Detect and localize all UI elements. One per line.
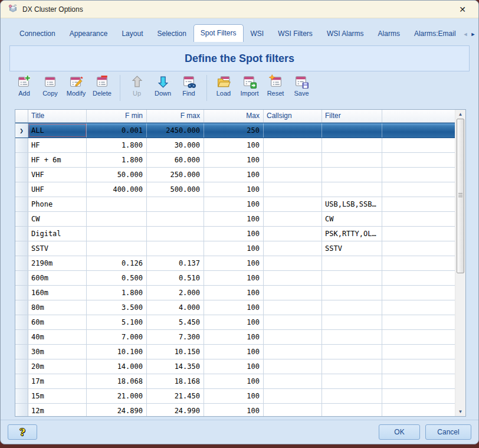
grid-cell-callsign[interactable]	[264, 197, 322, 211]
grid-cell-title[interactable]: 60m	[28, 315, 87, 329]
grid-cell-filter[interactable]	[322, 330, 382, 344]
grid-cell-title[interactable]: 2190m	[28, 256, 87, 270]
cancel-button[interactable]: Cancel	[425, 424, 471, 440]
grid-cell-fmax[interactable]: 60.000	[147, 153, 204, 167]
grid-cell-max[interactable]: 100	[204, 241, 264, 256]
grid-cell-max[interactable]: 100	[204, 168, 264, 182]
row-selector[interactable]	[15, 315, 28, 329]
tab-scroll-left-icon[interactable]: ◄	[463, 31, 468, 37]
tab-appearance[interactable]: Appearance	[63, 26, 115, 42]
grid-cell-title[interactable]: 30m	[28, 345, 87, 359]
grid-cell-callsign[interactable]	[264, 271, 322, 285]
import-button[interactable]: Import	[239, 74, 260, 97]
row-selector[interactable]	[15, 300, 28, 315]
grid-cell-callsign[interactable]	[264, 138, 322, 152]
help-button[interactable]: ?	[8, 424, 37, 440]
grid-cell-max[interactable]: 100	[204, 300, 264, 315]
row-selector[interactable]	[15, 345, 28, 359]
grid-cell-title[interactable]: VHF	[28, 168, 87, 182]
grid-cell-filter[interactable]	[322, 286, 382, 300]
grid-cell-title[interactable]: HF + 6m	[28, 153, 87, 167]
grid-cell-fmax[interactable]: 7.300	[147, 330, 204, 344]
tab-alarms-email[interactable]: Alarms:Email	[407, 26, 463, 42]
tab-wsi-alarms[interactable]: WSI Alarms	[320, 26, 371, 42]
column-header-title[interactable]: Title	[28, 110, 87, 122]
table-row[interactable]: Phone100USB,LSB,SSB…	[15, 197, 455, 212]
grid-cell-fmax[interactable]: 24.990	[147, 404, 204, 416]
close-icon[interactable]: ✕	[454, 5, 471, 14]
grid-cell-fmin[interactable]	[87, 227, 147, 241]
row-selector[interactable]	[15, 197, 28, 211]
row-selector[interactable]	[15, 256, 28, 270]
grid-cell-fmax[interactable]	[147, 197, 204, 211]
grid-cell-callsign[interactable]	[264, 374, 322, 388]
find-button[interactable]: Find	[178, 74, 199, 97]
tab-connection[interactable]: Connection	[12, 26, 63, 42]
row-selector[interactable]	[15, 168, 28, 182]
grid-cell-callsign[interactable]	[264, 286, 322, 300]
grid-cell-fmax[interactable]	[147, 227, 204, 241]
grid-cell-callsign[interactable]	[264, 123, 322, 138]
grid-cell-callsign[interactable]	[264, 345, 322, 359]
grid-cell-fmin[interactable]: 50.000	[87, 168, 147, 182]
grid-cell-callsign[interactable]	[264, 404, 322, 416]
grid-cell-fmin[interactable]: 400.000	[87, 182, 147, 197]
load-button[interactable]: Load	[213, 74, 234, 97]
grid-cell-max[interactable]: 100	[204, 315, 264, 329]
grid-cell-max[interactable]: 100	[204, 374, 264, 388]
tab-selection[interactable]: Selection	[150, 26, 193, 42]
row-selector[interactable]	[15, 241, 28, 256]
tab-layout[interactable]: Layout	[114, 26, 150, 42]
table-row[interactable]: 30m10.10010.150100	[15, 345, 455, 359]
table-row[interactable]: CW100CW	[15, 212, 455, 227]
grid-cell-max[interactable]: 100	[204, 286, 264, 300]
grid-cell-fmin[interactable]	[87, 197, 147, 211]
grid-cell-max[interactable]: 100	[204, 389, 264, 403]
grid-cell-title[interactable]: HF	[28, 138, 87, 152]
grid-cell-fmin[interactable]: 7.000	[87, 330, 147, 344]
grid-cell-filter[interactable]	[322, 359, 382, 374]
grid-cell-max[interactable]: 100	[204, 197, 264, 211]
grid-cell-title[interactable]: ALL	[28, 123, 87, 138]
grid-cell-fmax[interactable]: 0.137	[147, 256, 204, 270]
grid-cell-fmax[interactable]: 18.168	[147, 374, 204, 388]
grid-cell-callsign[interactable]	[264, 153, 322, 167]
grid-cell-title[interactable]: Digital	[28, 227, 87, 241]
grid-cell-fmax[interactable]: 5.450	[147, 315, 204, 329]
scrollbar-up-icon[interactable]: ▲	[455, 110, 465, 119]
grid-cell-fmin[interactable]: 0.500	[87, 271, 147, 285]
reset-button[interactable]: Reset	[265, 74, 286, 97]
grid-cell-callsign[interactable]	[264, 241, 322, 256]
grid-cell-callsign[interactable]	[264, 227, 322, 241]
grid-cell-max[interactable]: 100	[204, 212, 264, 226]
row-selector[interactable]	[15, 389, 28, 403]
grid-cell-fmax[interactable]: 14.350	[147, 359, 204, 374]
grid-cell-fmax[interactable]: 2.000	[147, 286, 204, 300]
table-row[interactable]: 17m18.06818.168100	[15, 374, 455, 389]
column-header-callsign[interactable]: Callsign	[264, 110, 322, 122]
grid-cell-callsign[interactable]	[264, 315, 322, 329]
table-row[interactable]: HF1.80030.000100	[15, 138, 455, 153]
ok-button[interactable]: OK	[379, 424, 420, 440]
grid-cell-fmax[interactable]: 500.000	[147, 182, 204, 197]
row-selector[interactable]	[15, 227, 28, 241]
row-selector[interactable]: ❯	[15, 123, 28, 138]
grid-cell-fmax[interactable]: 21.450	[147, 389, 204, 403]
grid-cell-title[interactable]: 600m	[28, 271, 87, 285]
vertical-scrollbar[interactable]: ▲ ▼	[455, 110, 465, 416]
save-button[interactable]: Save	[291, 74, 312, 97]
grid-cell-title[interactable]: CW	[28, 212, 87, 226]
grid-cell-title[interactable]: Phone	[28, 197, 87, 211]
grid-cell-callsign[interactable]	[264, 389, 322, 403]
grid-cell-title[interactable]: 20m	[28, 359, 87, 374]
tab-wsi[interactable]: WSI	[244, 26, 271, 42]
column-header-fmax[interactable]: F max	[147, 110, 204, 122]
grid-cell-max[interactable]: 100	[204, 153, 264, 167]
grid-cell-callsign[interactable]	[264, 330, 322, 344]
grid-cell-fmin[interactable]	[87, 212, 147, 226]
column-header-filter[interactable]: Filter	[322, 110, 382, 122]
tab-scroll-right-icon[interactable]: ►	[471, 31, 476, 37]
grid-cell-filter[interactable]	[322, 256, 382, 270]
table-row[interactable]: 60m5.1005.450100	[15, 315, 455, 330]
grid-cell-filter[interactable]: SSTV	[322, 241, 382, 256]
